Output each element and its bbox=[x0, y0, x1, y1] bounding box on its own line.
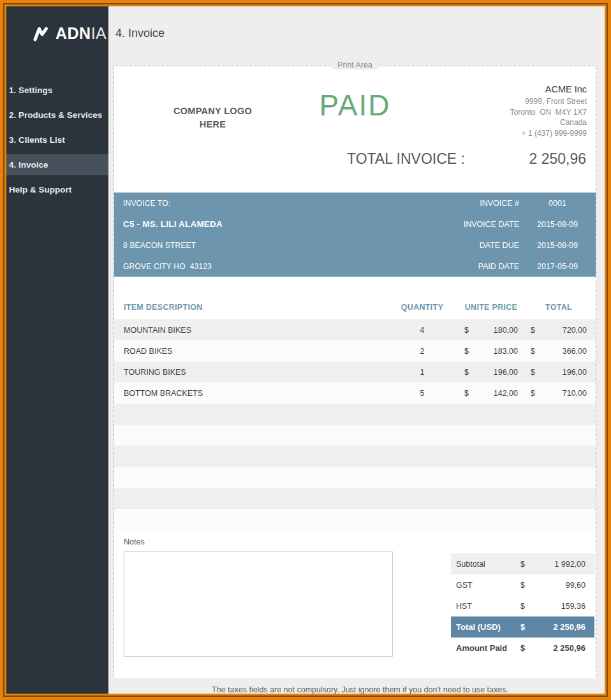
totals-row-value[interactable]: 99,60 bbox=[528, 581, 585, 590]
currency-symbol: $ bbox=[520, 643, 528, 653]
invoice-band-row: C5 - MS. LILI ALAMEDA INVOICE DATE 2015-… bbox=[114, 214, 596, 235]
item-row-empty[interactable] bbox=[114, 467, 596, 488]
item-total-cell[interactable]: $ 710,00 bbox=[531, 389, 587, 398]
total-invoice-line: TOTAL INVOICE : 2 250,96 bbox=[114, 150, 586, 168]
item-unit-price-cell[interactable]: $ 142,00 bbox=[464, 389, 518, 398]
company-address-line: 9999, Front Street bbox=[510, 96, 587, 107]
invoice-meta-label: INVOICE # bbox=[430, 199, 519, 208]
item-total-cell[interactable]: $ 720,00 bbox=[531, 326, 587, 335]
company-address-block: ACME Inc 9999, Front StreetToronto ON M4… bbox=[510, 84, 587, 138]
company-address-line: + 1 (437) 999-9999 bbox=[510, 128, 587, 139]
sidebar-menu-item[interactable]: Help & Support bbox=[6, 179, 108, 200]
page-title: 4. Invoice bbox=[108, 6, 605, 40]
notes-input[interactable] bbox=[124, 551, 393, 657]
company-address-lines: 9999, Front StreetToronto ON M4Y 1X7Cana… bbox=[510, 96, 587, 138]
invoice-meta-value[interactable]: 2015-08-09 bbox=[519, 241, 596, 250]
bill-to-line[interactable]: 8 BEACON STREET bbox=[123, 241, 430, 250]
total-invoice-value: 2 250,96 bbox=[529, 150, 586, 168]
item-row[interactable]: ROAD BIKES 2 $ 183,00 $ 366,00 bbox=[114, 340, 596, 361]
total-value: 710,00 bbox=[563, 389, 587, 398]
invoice-meta-value[interactable]: 2015-08-09 bbox=[519, 220, 596, 229]
brand-name-primary: ADN bbox=[55, 24, 91, 42]
totals-row: HST $ 159,36 bbox=[451, 595, 594, 616]
item-unit-price-cell[interactable]: $ 180,00 bbox=[464, 326, 518, 335]
company-name[interactable]: ACME Inc bbox=[510, 84, 587, 94]
currency-symbol: $ bbox=[531, 347, 535, 356]
totals-row-label: Total (USD) bbox=[456, 622, 520, 632]
currency-symbol: $ bbox=[520, 602, 528, 611]
currency-symbol: $ bbox=[464, 347, 469, 356]
invoice-band-row: GROVE CITY HO 43123 PAID DATE 2017-05-09 bbox=[114, 256, 596, 277]
invoice-bottom-section: Notes Subtotal $ 1 992,00 GST $ 99,60 HS… bbox=[114, 530, 596, 678]
item-description-cell[interactable]: MOUNTAIN BIKES bbox=[114, 326, 397, 335]
total-value: 196,00 bbox=[563, 368, 587, 377]
sidebar-menu-item[interactable]: 2. Products & Services bbox=[6, 105, 108, 126]
currency-symbol: $ bbox=[464, 389, 469, 398]
company-logo-placeholder[interactable]: COMPANY LOGO HERE bbox=[160, 105, 265, 131]
item-description-cell[interactable]: TOURING BIKES bbox=[114, 368, 397, 377]
bill-to-line[interactable]: INVOICE TO: bbox=[123, 199, 430, 208]
bill-to-line[interactable]: C5 - MS. LILI ALAMEDA bbox=[123, 219, 430, 229]
item-quantity-cell[interactable]: 4 bbox=[397, 326, 448, 335]
totals-row-label: Subtotal bbox=[456, 560, 520, 569]
column-header-quantity: QUANTITY bbox=[397, 303, 448, 312]
notes-label: Notes bbox=[124, 537, 145, 546]
item-row[interactable]: TOURING BIKES 1 $ 196,00 $ 196,00 bbox=[114, 361, 596, 383]
item-quantity-cell[interactable]: 1 bbox=[397, 368, 448, 377]
item-description-cell[interactable]: BOTTOM BRACKETS bbox=[114, 389, 397, 398]
column-header-total: TOTAL bbox=[531, 303, 587, 312]
currency-symbol: $ bbox=[464, 326, 469, 335]
invoice-meta-value[interactable]: 2017-05-09 bbox=[519, 262, 596, 271]
brand-name: ADNIA bbox=[55, 24, 107, 43]
item-quantity-cell[interactable]: 2 bbox=[397, 347, 448, 356]
totals-row-label: Amount Paid bbox=[456, 643, 520, 653]
currency-symbol: $ bbox=[531, 368, 535, 377]
sidebar-menu-item[interactable]: 3. Clients List bbox=[6, 129, 108, 150]
totals-row-value[interactable]: 159,36 bbox=[528, 602, 585, 611]
item-total-cell[interactable]: $ 366,00 bbox=[531, 347, 587, 356]
item-row-empty[interactable] bbox=[114, 488, 596, 509]
bill-to-line[interactable]: GROVE CITY HO 43123 bbox=[123, 262, 430, 271]
invoice-band-row: INVOICE TO: INVOICE # 0001 bbox=[114, 193, 596, 214]
invoice-sheet: COMPANY LOGO HERE PAID ACME Inc 9999, Fr… bbox=[114, 66, 596, 677]
invoice-top-section: COMPANY LOGO HERE PAID ACME Inc 9999, Fr… bbox=[114, 66, 596, 193]
item-row[interactable]: BOTTOM BRACKETS 5 $ 142,00 $ 710,00 bbox=[114, 383, 596, 404]
unit-price-value: 142,00 bbox=[494, 389, 518, 398]
app-frame: ADNIA 1. Settings2. Products & Services3… bbox=[3, 3, 608, 697]
column-header-description: ITEM DESCRIPTION bbox=[114, 303, 397, 312]
company-address-line: Toronto ON M4Y 1X7 bbox=[510, 107, 587, 118]
item-row[interactable]: MOUNTAIN BIKES 4 $ 180,00 $ 720,00 bbox=[114, 319, 596, 340]
paid-stamp: PAID bbox=[320, 88, 391, 122]
currency-symbol: $ bbox=[520, 581, 528, 590]
footer-wrapper: The taxes fields are not compulsory. Jus… bbox=[114, 682, 596, 694]
item-unit-price-cell[interactable]: $ 183,00 bbox=[464, 347, 518, 356]
totals-row-value[interactable]: 1 992,00 bbox=[528, 560, 585, 569]
invoice-meta-value[interactable]: 0001 bbox=[519, 199, 596, 208]
totals-block: Subtotal $ 1 992,00 GST $ 99,60 HST $ 15… bbox=[451, 553, 594, 659]
band-table-gap bbox=[114, 277, 596, 295]
column-header-unit-price: UNITE PRICE bbox=[464, 303, 518, 312]
unit-price-value: 180,00 bbox=[494, 326, 518, 335]
totals-row-value[interactable]: 2 250,96 bbox=[528, 643, 585, 653]
currency-symbol: $ bbox=[520, 560, 528, 569]
sidebar-menu-item[interactable]: 4. Invoice bbox=[6, 154, 108, 175]
currency-symbol: $ bbox=[464, 368, 469, 377]
sidebar-menu-item[interactable]: 1. Settings bbox=[6, 80, 108, 101]
item-row-empty[interactable] bbox=[114, 446, 596, 467]
total-value: 366,00 bbox=[563, 347, 587, 356]
item-unit-price-cell[interactable]: $ 196,00 bbox=[464, 368, 518, 377]
invoice-meta-label: INVOICE DATE bbox=[430, 220, 519, 229]
company-address-line: Canada bbox=[510, 117, 587, 128]
invoice-band-row: 8 BEACON STREET DATE DUE 2015-08-09 bbox=[114, 235, 596, 256]
sidebar: ADNIA 1. Settings2. Products & Services3… bbox=[6, 6, 108, 694]
item-row-empty[interactable] bbox=[114, 404, 596, 425]
items-table-body: MOUNTAIN BIKES 4 $ 180,00 $ 720,00 ROAD … bbox=[114, 319, 596, 530]
sidebar-menu: 1. Settings2. Products & Services3. Clie… bbox=[6, 80, 108, 200]
totals-row-label: HST bbox=[456, 602, 520, 611]
item-quantity-cell[interactable]: 5 bbox=[397, 389, 448, 398]
item-row-empty[interactable] bbox=[114, 425, 596, 446]
totals-row-value[interactable]: 2 250,96 bbox=[528, 622, 585, 632]
item-row-empty[interactable] bbox=[114, 509, 596, 530]
item-description-cell[interactable]: ROAD BIKES bbox=[114, 347, 397, 356]
item-total-cell[interactable]: $ 196,00 bbox=[531, 368, 587, 377]
